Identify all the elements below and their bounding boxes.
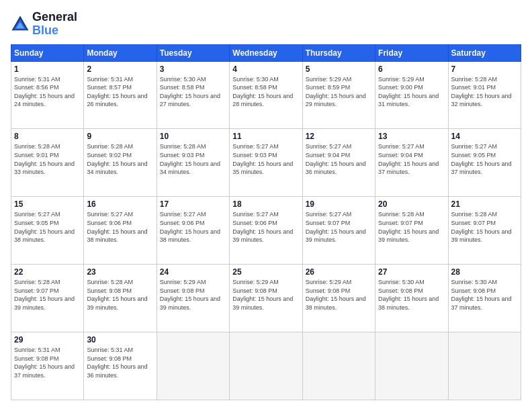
day-info: Sunrise: 5:28 AMSunset: 9:07 PMDaylight:… — [451, 210, 518, 244]
day-number: 4 — [232, 64, 299, 74]
calendar-cell: 19Sunrise: 5:27 AMSunset: 9:07 PMDayligh… — [302, 197, 375, 265]
day-number: 18 — [232, 199, 299, 209]
calendar-cell: 18Sunrise: 5:27 AMSunset: 9:06 PMDayligh… — [230, 197, 302, 265]
calendar-cell: 26Sunrise: 5:29 AMSunset: 9:08 PMDayligh… — [302, 265, 375, 332]
day-number: 25 — [232, 267, 299, 277]
day-number: 9 — [87, 132, 153, 141]
day-info: Sunrise: 5:31 AMSunset: 9:08 PMDaylight:… — [14, 346, 81, 379]
logo: General Blue — [11, 11, 77, 38]
calendar-cell: 10Sunrise: 5:28 AMSunset: 9:03 PMDayligh… — [157, 129, 229, 197]
calendar-cell: 6Sunrise: 5:29 AMSunset: 9:00 PMDaylight… — [375, 61, 448, 129]
day-info: Sunrise: 5:28 AMSunset: 9:07 PMDaylight:… — [378, 210, 445, 244]
col-header-monday: Monday — [84, 44, 157, 61]
day-number: 23 — [87, 267, 153, 277]
calendar-cell: 2Sunrise: 5:31 AMSunset: 8:57 PMDaylight… — [84, 61, 157, 129]
logo-text: General Blue — [32, 11, 77, 38]
calendar-cell: 7Sunrise: 5:28 AMSunset: 9:01 PMDaylight… — [448, 61, 521, 129]
day-info: Sunrise: 5:29 AMSunset: 9:00 PMDaylight:… — [378, 75, 445, 109]
day-info: Sunrise: 5:27 AMSunset: 9:05 PMDaylight:… — [451, 142, 518, 176]
day-info: Sunrise: 5:31 AMSunset: 8:56 PMDaylight:… — [14, 75, 81, 109]
calendar-cell: 28Sunrise: 5:30 AMSunset: 9:08 PMDayligh… — [448, 265, 521, 332]
calendar-cell: 20Sunrise: 5:28 AMSunset: 9:07 PMDayligh… — [375, 197, 448, 265]
week-row-2: 8Sunrise: 5:28 AMSunset: 9:01 PMDaylight… — [11, 129, 521, 197]
day-info: Sunrise: 5:28 AMSunset: 9:03 PMDaylight:… — [160, 142, 226, 176]
calendar-cell: 16Sunrise: 5:27 AMSunset: 9:06 PMDayligh… — [84, 197, 157, 265]
week-row-4: 22Sunrise: 5:28 AMSunset: 9:07 PMDayligh… — [11, 265, 521, 332]
day-info: Sunrise: 5:29 AMSunset: 8:59 PMDaylight:… — [306, 75, 372, 109]
day-info: Sunrise: 5:27 AMSunset: 9:06 PMDaylight:… — [87, 210, 153, 244]
calendar-cell: 12Sunrise: 5:27 AMSunset: 9:04 PMDayligh… — [302, 129, 375, 197]
col-header-wednesday: Wednesday — [230, 44, 302, 61]
day-number: 24 — [160, 267, 226, 277]
day-info: Sunrise: 5:29 AMSunset: 9:08 PMDaylight:… — [306, 278, 372, 312]
day-number: 10 — [160, 132, 226, 141]
day-info: Sunrise: 5:28 AMSunset: 9:01 PMDaylight:… — [14, 142, 81, 176]
calendar-cell: 24Sunrise: 5:29 AMSunset: 9:08 PMDayligh… — [157, 265, 229, 332]
calendar-cell: 23Sunrise: 5:28 AMSunset: 9:08 PMDayligh… — [84, 265, 157, 332]
day-number: 2 — [87, 64, 153, 74]
day-number: 3 — [160, 64, 226, 74]
calendar-cell — [230, 332, 302, 400]
calendar-cell: 4Sunrise: 5:30 AMSunset: 8:58 PMDaylight… — [230, 61, 302, 129]
col-header-friday: Friday — [375, 44, 448, 61]
day-info: Sunrise: 5:27 AMSunset: 9:04 PMDaylight:… — [306, 142, 372, 176]
day-info: Sunrise: 5:27 AMSunset: 9:07 PMDaylight:… — [306, 210, 372, 244]
day-number: 8 — [14, 132, 81, 141]
day-number: 14 — [451, 132, 518, 141]
day-info: Sunrise: 5:27 AMSunset: 9:03 PMDaylight:… — [232, 142, 299, 176]
day-number: 7 — [451, 64, 518, 74]
week-row-5: 29Sunrise: 5:31 AMSunset: 9:08 PMDayligh… — [11, 332, 521, 400]
day-info: Sunrise: 5:30 AMSunset: 9:08 PMDaylight:… — [378, 278, 445, 312]
day-info: Sunrise: 5:30 AMSunset: 9:08 PMDaylight:… — [451, 278, 518, 312]
calendar-cell: 1Sunrise: 5:31 AMSunset: 8:56 PMDaylight… — [11, 61, 84, 129]
week-row-3: 15Sunrise: 5:27 AMSunset: 9:05 PMDayligh… — [11, 197, 521, 265]
col-header-tuesday: Tuesday — [157, 44, 229, 61]
calendar-cell — [302, 332, 375, 400]
calendar-cell — [375, 332, 448, 400]
calendar-cell: 25Sunrise: 5:29 AMSunset: 9:08 PMDayligh… — [230, 265, 302, 332]
day-number: 5 — [306, 64, 372, 74]
day-info: Sunrise: 5:30 AMSunset: 8:58 PMDaylight:… — [232, 75, 299, 109]
day-number: 19 — [306, 199, 372, 209]
day-number: 28 — [451, 267, 518, 277]
calendar-cell: 3Sunrise: 5:30 AMSunset: 8:58 PMDaylight… — [157, 61, 229, 129]
calendar-cell: 29Sunrise: 5:31 AMSunset: 9:08 PMDayligh… — [11, 332, 84, 400]
day-number: 16 — [87, 199, 153, 209]
calendar-cell: 9Sunrise: 5:28 AMSunset: 9:02 PMDaylight… — [84, 129, 157, 197]
calendar-cell: 5Sunrise: 5:29 AMSunset: 8:59 PMDaylight… — [302, 61, 375, 129]
day-info: Sunrise: 5:29 AMSunset: 9:08 PMDaylight:… — [160, 278, 226, 312]
col-header-saturday: Saturday — [448, 44, 521, 61]
calendar-cell: 15Sunrise: 5:27 AMSunset: 9:05 PMDayligh… — [11, 197, 84, 265]
page: General Blue SundayMondayTuesdayWednesda… — [0, 0, 532, 411]
day-info: Sunrise: 5:31 AMSunset: 9:08 PMDaylight:… — [87, 346, 153, 379]
day-info: Sunrise: 5:27 AMSunset: 9:05 PMDaylight:… — [14, 210, 81, 244]
week-row-1: 1Sunrise: 5:31 AMSunset: 8:56 PMDaylight… — [11, 61, 521, 129]
day-number: 17 — [160, 199, 226, 209]
day-info: Sunrise: 5:29 AMSunset: 9:08 PMDaylight:… — [232, 278, 299, 312]
calendar-cell: 14Sunrise: 5:27 AMSunset: 9:05 PMDayligh… — [448, 129, 521, 197]
calendar-cell: 11Sunrise: 5:27 AMSunset: 9:03 PMDayligh… — [230, 129, 302, 197]
calendar-cell: 8Sunrise: 5:28 AMSunset: 9:01 PMDaylight… — [11, 129, 84, 197]
logo-icon — [11, 15, 30, 34]
day-info: Sunrise: 5:27 AMSunset: 9:06 PMDaylight:… — [160, 210, 226, 244]
day-number: 22 — [14, 267, 81, 277]
calendar-cell — [157, 332, 229, 400]
day-info: Sunrise: 5:28 AMSunset: 9:02 PMDaylight:… — [87, 142, 153, 176]
day-info: Sunrise: 5:28 AMSunset: 9:07 PMDaylight:… — [14, 278, 81, 312]
day-number: 21 — [451, 199, 518, 209]
day-number: 6 — [378, 64, 445, 74]
day-number: 12 — [306, 132, 372, 141]
col-header-thursday: Thursday — [302, 44, 375, 61]
day-number: 20 — [378, 199, 445, 209]
day-number: 30 — [87, 335, 153, 345]
day-info: Sunrise: 5:28 AMSunset: 9:01 PMDaylight:… — [451, 75, 518, 109]
day-number: 15 — [14, 199, 81, 209]
day-number: 27 — [378, 267, 445, 277]
calendar-cell — [448, 332, 521, 400]
day-number: 26 — [306, 267, 372, 277]
day-info: Sunrise: 5:30 AMSunset: 8:58 PMDaylight:… — [160, 75, 226, 109]
day-number: 1 — [14, 64, 81, 74]
day-number: 11 — [232, 132, 299, 141]
calendar-cell: 17Sunrise: 5:27 AMSunset: 9:06 PMDayligh… — [157, 197, 229, 265]
day-info: Sunrise: 5:27 AMSunset: 9:04 PMDaylight:… — [378, 142, 445, 176]
